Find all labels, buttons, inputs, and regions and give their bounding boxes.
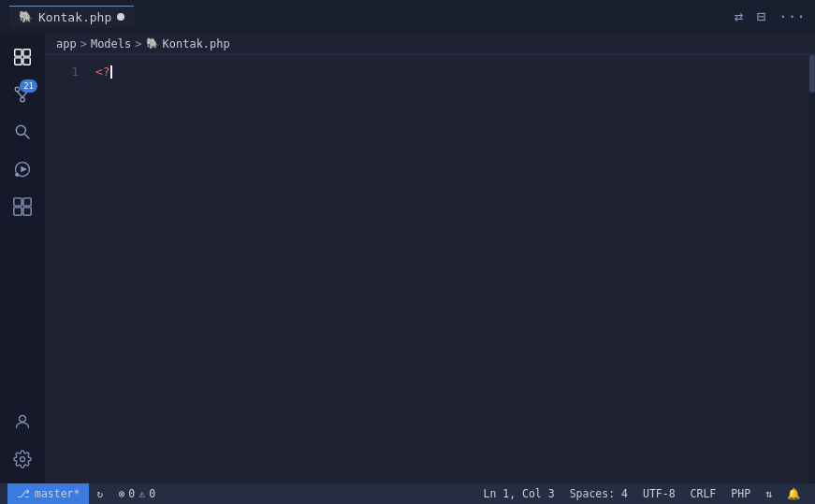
php-open-tag: <? <box>95 63 110 81</box>
spaces-status[interactable]: Spaces: 4 <box>562 483 635 504</box>
tabs-container: 🐘 Kontak.php <box>9 6 134 28</box>
breadcrumb-sep2: > <box>135 37 141 50</box>
svg-point-18 <box>20 415 26 422</box>
sync-changes[interactable]: ⇅ <box>758 483 779 504</box>
remote-status[interactable]: ↻ <box>89 483 110 504</box>
svg-point-19 <box>21 457 25 462</box>
svg-rect-0 <box>15 50 22 56</box>
tab-modified-indicator <box>117 13 124 21</box>
error-icon: ⊗ <box>118 487 124 500</box>
tab-kontak[interactable]: 🐘 Kontak.php <box>9 6 134 28</box>
svg-point-4 <box>15 87 20 92</box>
activity-account[interactable] <box>6 405 39 439</box>
language-status[interactable]: PHP <box>723 483 758 504</box>
encoding-status[interactable]: UTF-8 <box>635 483 683 504</box>
main-layout: 21 <box>0 33 815 483</box>
activity-extensions[interactable] <box>6 190 39 223</box>
breadcrumb-file[interactable]: Kontak.php <box>163 37 230 50</box>
branch-icon: ⎇ <box>17 487 30 500</box>
svg-marker-12 <box>21 166 27 173</box>
tab-php-icon: 🐘 <box>19 10 33 23</box>
breadcrumb-sep1: > <box>80 37 87 50</box>
title-bar: 🐘 Kontak.php ⇄ ⊟ ··· <box>0 0 815 33</box>
line-numbers: 1 <box>45 55 92 483</box>
eol-text: CRLF <box>691 487 717 500</box>
activity-bar-bottom <box>6 405 39 483</box>
svg-rect-15 <box>23 198 31 206</box>
svg-rect-14 <box>14 198 22 206</box>
svg-rect-1 <box>23 50 30 56</box>
search-icon <box>13 122 32 141</box>
activity-bar: 21 <box>0 33 45 483</box>
ln-col-text: Ln 1, Col 3 <box>483 487 554 500</box>
errors-status[interactable]: ⊗ 0 ⚠ 0 <box>110 483 163 504</box>
run-icon <box>13 160 32 179</box>
breadcrumb-models[interactable]: Models <box>91 37 131 50</box>
git-branch[interactable]: ⎇ master* <box>7 483 89 504</box>
sync-changes-icon: ⇅ <box>765 487 772 500</box>
breadcrumb: app > Models > 🐘 Kontak.php <box>45 33 815 55</box>
status-bar-left: ⎇ master* ↻ ⊗ 0 ⚠ 0 <box>7 483 163 504</box>
minimap-thumb <box>809 55 815 93</box>
breadcrumb-app[interactable]: app <box>56 37 77 50</box>
error-count: 0 <box>128 487 135 500</box>
encoding-text: UTF-8 <box>643 487 676 500</box>
breadcrumb-php-icon: 🐘 <box>146 37 159 50</box>
more-actions-icon[interactable]: ··· <box>779 7 806 25</box>
svg-line-7 <box>18 92 23 97</box>
status-bar-right: Ln 1, Col 3 Spaces: 4 UTF-8 CRLF PHP ⇅ 🔔 <box>475 483 808 504</box>
code-line-1: <? <box>95 63 809 81</box>
account-icon <box>13 412 32 431</box>
text-cursor <box>110 65 112 79</box>
svg-rect-3 <box>23 58 30 65</box>
activity-source-control[interactable]: 21 <box>6 78 39 111</box>
ln-col-status[interactable]: Ln 1, Col 3 <box>475 483 561 504</box>
line-number-1: 1 <box>45 63 79 81</box>
warning-count: 0 <box>149 487 155 500</box>
extensions-icon <box>12 196 33 217</box>
activity-settings[interactable] <box>6 442 39 476</box>
svg-point-9 <box>16 125 25 135</box>
svg-rect-16 <box>14 208 22 215</box>
svg-point-13 <box>15 173 19 177</box>
activity-run[interactable] <box>6 152 39 186</box>
editor-area: app > Models > 🐘 Kontak.php 1 <? <box>45 33 815 483</box>
activity-explorer[interactable] <box>6 40 39 74</box>
split-editor-icon[interactable]: ⊟ <box>756 7 765 25</box>
notifications[interactable]: 🔔 <box>779 483 808 504</box>
status-bar: ⎇ master* ↻ ⊗ 0 ⚠ 0 Ln 1, Col 3 Spaces: … <box>0 483 815 504</box>
title-bar-actions: ⇄ ⊟ ··· <box>735 7 806 25</box>
code-editor[interactable]: 1 <? <box>45 55 815 483</box>
spaces-text: Spaces: 4 <box>570 487 628 500</box>
svg-line-10 <box>25 135 30 139</box>
code-content[interactable]: <? <box>92 55 809 483</box>
branch-name: master* <box>35 487 80 500</box>
svg-rect-17 <box>23 208 31 215</box>
source-control-icon[interactable]: ⇄ <box>735 7 744 25</box>
source-control-badge: 21 <box>20 79 37 93</box>
language-text: PHP <box>731 487 750 500</box>
settings-icon <box>13 450 32 468</box>
tab-name: Kontak.php <box>38 10 111 24</box>
explorer-icon <box>12 47 33 67</box>
eol-status[interactable]: CRLF <box>683 483 724 504</box>
sync-icon: ↻ <box>96 487 103 500</box>
bell-icon: 🔔 <box>787 487 800 500</box>
svg-point-6 <box>21 97 25 102</box>
svg-rect-2 <box>15 58 22 65</box>
warning-icon: ⚠ <box>138 487 145 500</box>
minimap <box>809 55 815 483</box>
activity-search[interactable] <box>6 115 39 149</box>
